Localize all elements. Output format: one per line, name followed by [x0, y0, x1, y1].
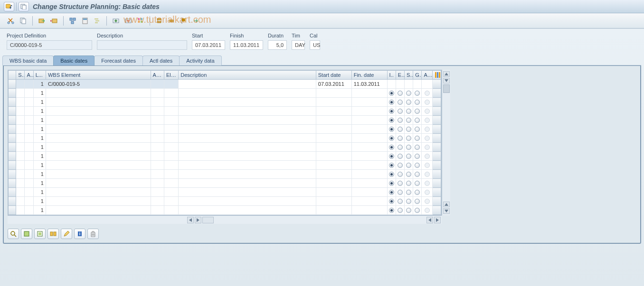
cell-radio[interactable] — [413, 170, 422, 179]
cell-ac[interactable] — [151, 179, 164, 188]
cell-radio[interactable] — [387, 134, 396, 143]
radio-off-icon[interactable] — [415, 109, 420, 114]
cell-ele[interactable] — [164, 107, 178, 116]
cell-ele[interactable] — [164, 170, 178, 179]
cell-radio-a[interactable] — [422, 179, 432, 188]
cell-radio[interactable] — [404, 197, 413, 206]
cell-description[interactable] — [179, 107, 316, 116]
cell-level[interactable]: 1 — [33, 161, 46, 170]
table-row[interactable]: 1 — [9, 179, 441, 188]
info-btn[interactable]: i — [74, 229, 85, 239]
radio-off-icon[interactable] — [415, 199, 420, 204]
cell-description[interactable] — [179, 206, 316, 215]
cell-radio[interactable] — [396, 89, 404, 98]
scroll-down-icon-2[interactable] — [443, 208, 450, 214]
arrow-right-btn[interactable] — [191, 16, 201, 26]
cell-s[interactable] — [16, 170, 25, 179]
radio-on-icon[interactable] — [389, 199, 394, 204]
radio-on-icon[interactable] — [389, 172, 394, 177]
radio-off-icon[interactable] — [415, 100, 420, 105]
cell-wbs-element[interactable] — [46, 170, 151, 179]
overview-btn[interactable] — [135, 16, 146, 26]
cell-a[interactable] — [25, 143, 33, 152]
cell-level[interactable]: 1 — [33, 197, 46, 206]
cell-radio-a[interactable] — [422, 80, 432, 89]
radio-off-icon[interactable] — [398, 199, 403, 204]
row-select[interactable] — [9, 116, 16, 125]
radio-off-icon[interactable] — [398, 208, 403, 213]
cell-ac[interactable] — [151, 125, 164, 134]
cell-s[interactable] — [16, 197, 25, 206]
radio-off-icon[interactable] — [415, 172, 420, 177]
cell-ele[interactable] — [164, 152, 178, 161]
cell-radio[interactable] — [396, 134, 404, 143]
radio-off-icon[interactable] — [398, 172, 403, 177]
table-row[interactable]: 1 — [9, 134, 441, 143]
cell-wbs-element[interactable]: C/0000-019-5 — [46, 80, 151, 89]
wbs-grid[interactable]: S.. A.. L... WBS Element Ac... Ele... De… — [8, 70, 442, 215]
cell-radio[interactable] — [413, 134, 422, 143]
table-row[interactable]: 1C/0000-019-507.03.201111.03.2011 — [9, 80, 441, 89]
cell-fin-date[interactable] — [351, 206, 387, 215]
cell-level[interactable]: 1 — [33, 116, 46, 125]
cell-radio[interactable] — [404, 170, 413, 179]
cell-wbs-element[interactable] — [46, 89, 151, 98]
subproject-btn[interactable] — [67, 16, 78, 26]
cell-ele[interactable] — [164, 80, 178, 89]
table-row[interactable]: 1 — [9, 143, 441, 152]
cell-fin-date[interactable] — [351, 197, 387, 206]
insert-line-btn[interactable] — [111, 16, 121, 26]
radio-off-icon[interactable] — [406, 154, 411, 159]
cell-radio[interactable] — [413, 152, 422, 161]
cell-s[interactable] — [16, 107, 25, 116]
cell-description[interactable] — [179, 143, 316, 152]
cell-ac[interactable] — [151, 161, 164, 170]
radio-off-icon[interactable] — [415, 91, 420, 96]
table-row[interactable]: 1 — [9, 98, 441, 107]
radio-off-icon[interactable] — [415, 163, 420, 168]
radio-on-icon[interactable] — [389, 136, 394, 141]
cell-radio[interactable] — [413, 206, 422, 215]
cell-radio[interactable] — [387, 80, 396, 89]
radio-off-icon[interactable] — [415, 208, 420, 213]
radio-off-icon[interactable] — [406, 145, 411, 150]
cell-radio[interactable] — [404, 116, 413, 125]
tab-actl-dates[interactable]: Actl dates — [142, 55, 180, 65]
table-row[interactable]: 1 — [9, 188, 441, 197]
col-s2[interactable]: S.. — [404, 71, 413, 80]
cell-radio[interactable] — [387, 89, 396, 98]
cell-start-date[interactable] — [316, 134, 351, 143]
cell-description[interactable] — [179, 89, 316, 98]
cell-fin-date[interactable] — [351, 107, 387, 116]
cell-wbs-element[interactable] — [46, 134, 151, 143]
cell-start-date[interactable] — [316, 206, 351, 215]
table-row[interactable]: 1 — [9, 206, 441, 215]
cell-radio[interactable] — [413, 89, 422, 98]
cell-radio[interactable] — [396, 161, 404, 170]
cell-ac[interactable] — [151, 143, 164, 152]
cell-s[interactable] — [16, 134, 25, 143]
radio-off-icon[interactable] — [398, 100, 403, 105]
row-select[interactable] — [9, 89, 16, 98]
row-select[interactable] — [9, 98, 16, 107]
radio-on-icon[interactable] — [389, 181, 394, 186]
hscroll-left2-icon[interactable] — [426, 217, 433, 223]
cell-start-date[interactable] — [316, 116, 351, 125]
cell-radio-a[interactable] — [422, 197, 432, 206]
radio-off-icon[interactable] — [406, 100, 411, 105]
cell-radio[interactable] — [387, 98, 396, 107]
tcode-menu-btn[interactable] — [4, 2, 14, 11]
cell-radio[interactable] — [413, 116, 422, 125]
cell-ele[interactable] — [164, 161, 178, 170]
cell-level[interactable]: 1 — [33, 143, 46, 152]
radio-off-icon[interactable] — [398, 145, 403, 150]
col-fin-date[interactable]: Fin. date — [351, 71, 387, 80]
cell-level[interactable]: 1 — [33, 152, 46, 161]
cell-radio-a[interactable] — [422, 89, 432, 98]
cell-radio-a[interactable] — [422, 161, 432, 170]
cell-ele[interactable] — [164, 116, 178, 125]
cell-wbs-element[interactable] — [46, 161, 151, 170]
cell-a[interactable] — [25, 80, 33, 89]
cell-a[interactable] — [25, 161, 33, 170]
cell-radio[interactable] — [396, 98, 404, 107]
